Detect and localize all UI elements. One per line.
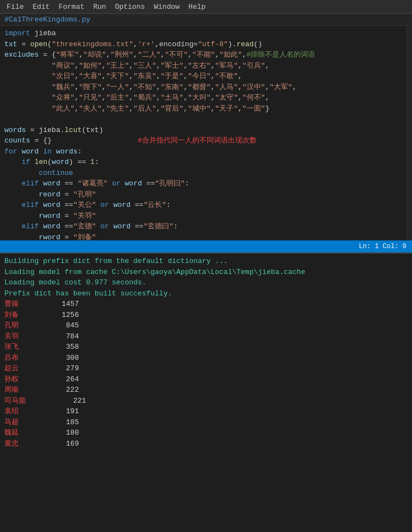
code-editor[interactable]: import jieba txt = open("threekingdoms.t… <box>0 26 406 240</box>
menu-window[interactable]: Window <box>149 2 184 12</box>
statusbar: Ln: 1 Col: 0 <box>0 240 412 253</box>
menubar: File Edit Format Run Options Window Help <box>0 0 412 14</box>
terminal-line-2: Loading model from cache C:\Users\gaoya\… <box>4 267 408 278</box>
result-row: 袁绍 191 <box>4 406 408 417</box>
result-row: 刘备 1256 <box>4 310 408 321</box>
results-table: 曹操 1457刘备 1256孔明 845关羽 784张飞 358吕布 300赵云… <box>4 299 408 449</box>
menu-file[interactable]: File <box>2 2 28 12</box>
result-row: 孔明 845 <box>4 320 408 331</box>
editor-scrollbar[interactable] <box>406 26 412 240</box>
terminal-line-3: Loading model cost 0.977 seconds. <box>4 277 408 288</box>
terminal-line-1: Building prefix dict from the default di… <box>4 256 408 267</box>
menu-format[interactable]: Format <box>54 2 89 12</box>
result-row: 吕布 300 <box>4 353 408 364</box>
result-row: 周瑜 222 <box>4 385 408 396</box>
menu-run[interactable]: Run <box>89 2 110 12</box>
terminal-area: Building prefix dict from the default di… <box>0 253 412 532</box>
titlebar: #Ca1ThreeKingdoms.py <box>0 14 412 26</box>
result-row: 黄忠 169 <box>4 438 408 449</box>
result-row: 马超 185 <box>4 417 408 428</box>
filename-label: #Ca1ThreeKingdoms.py <box>4 15 90 24</box>
result-row: 司马懿 221 <box>4 396 408 407</box>
terminal-line-4: Prefix dict has been built succesfully. <box>4 288 408 299</box>
result-row: 魏延 180 <box>4 427 408 438</box>
menu-edit[interactable]: Edit <box>28 2 54 12</box>
menu-options[interactable]: Options <box>111 2 150 12</box>
result-row: 赵云 279 <box>4 363 408 374</box>
editor-area: import jieba txt = open("threekingdoms.t… <box>0 26 412 240</box>
result-row: 曹操 1457 <box>4 299 408 310</box>
result-row: 张飞 358 <box>4 342 408 353</box>
cursor-position: Ln: 1 Col: 0 <box>359 243 406 250</box>
result-row: 关羽 784 <box>4 331 408 342</box>
menu-help[interactable]: Help <box>184 2 210 12</box>
result-row: 孙权 264 <box>4 374 408 385</box>
